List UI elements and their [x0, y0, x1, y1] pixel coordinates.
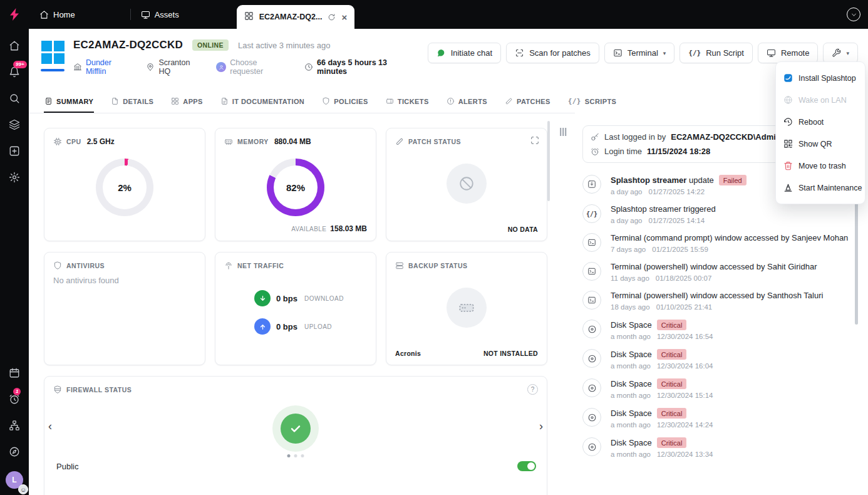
menu-start-maintenance[interactable]: Start Maintenance	[776, 177, 865, 199]
intercom-widget-icon[interactable]: ☺	[18, 484, 28, 494]
run-script-button[interactable]: {/} Run Script	[679, 43, 753, 63]
terminal-icon	[582, 233, 601, 252]
rail-calendar[interactable]	[8, 366, 21, 380]
menu-install-splashtop[interactable]: Install Splashtop	[776, 67, 865, 89]
activity-item[interactable]: Disk SpaceCritical a month ago12/30/2024…	[582, 345, 852, 374]
activity-item[interactable]: Disk SpaceCritical a month ago12/30/2024…	[582, 315, 852, 345]
critical-badge: Critical	[657, 349, 687, 360]
content-area: CPU 2.5 GHz 2% MEMORY 880.04 MB	[29, 113, 868, 495]
tab-refresh-icon[interactable]	[328, 13, 336, 21]
carousel-next-icon[interactable]: ›	[539, 420, 543, 432]
carousel-dot[interactable]	[287, 454, 291, 457]
tab-policies[interactable]: POLICIES	[321, 91, 369, 113]
chevron-down-icon: ▾	[846, 50, 849, 56]
memory-percent: 82%	[286, 182, 305, 193]
rail-help[interactable]	[8, 445, 21, 459]
topbar-home[interactable]: Home	[39, 10, 75, 19]
activity-item[interactable]: Terminal (command prompt) window accesse…	[582, 229, 852, 258]
disk-icon	[582, 320, 601, 338]
splitter-handle[interactable]	[559, 127, 567, 137]
activity-item[interactable]: Disk SpaceCritical a month ago12/30/2024…	[582, 404, 852, 433]
tab-apps[interactable]: APPS	[170, 91, 204, 113]
tab-tickets[interactable]: TICKETS	[385, 91, 430, 113]
summary-icon	[44, 97, 53, 105]
layers-icon	[9, 119, 20, 130]
code-braces-icon: {/}	[568, 97, 581, 105]
backup-label: BACKUP STATUS	[408, 262, 468, 269]
key-icon	[591, 133, 599, 142]
summary-widgets: CPU 2.5 GHz 2% MEMORY 880.04 MB	[29, 113, 551, 495]
patch-status-text: NO DATA	[508, 226, 538, 233]
carousel-dot[interactable]	[301, 454, 304, 457]
firewall-toggle[interactable]	[517, 461, 536, 471]
remote-button[interactable]: Remote	[758, 43, 819, 63]
carousel-prev-icon[interactable]: ‹	[48, 420, 52, 432]
net-traffic-card: NET TRAFFIC 0 bps DOWNLOAD 0 bps	[215, 252, 376, 365]
activity-item[interactable]: Terminal (powershell) window accessed by…	[582, 258, 852, 286]
tab-details[interactable]: DETAILS	[110, 91, 154, 113]
choose-requester[interactable]: Choose requester	[216, 58, 292, 76]
patch-icon	[395, 137, 404, 146]
tab-scripts[interactable]: {/} SCRIPTS	[567, 91, 617, 113]
rail-add[interactable]	[8, 144, 21, 158]
menu-move-to-trash[interactable]: Move to trash	[776, 155, 865, 177]
rail-settings[interactable]	[8, 170, 21, 184]
carousel-dot[interactable]	[294, 454, 297, 457]
menu-show-qr[interactable]: Show QR	[776, 133, 865, 155]
topbar-home-label: Home	[53, 10, 75, 19]
disk-icon	[582, 437, 601, 456]
memory-available-value: 158.03 MB	[330, 224, 367, 233]
net-traffic-label: NET TRAFFIC	[237, 262, 284, 269]
terminal-icon	[582, 262, 601, 281]
tab-alerts[interactable]: ALERTS	[446, 91, 488, 113]
help-icon[interactable]: ?	[527, 384, 538, 395]
location-pin-icon	[146, 63, 155, 71]
tab-close-icon[interactable]: ×	[341, 13, 347, 22]
patch-status-card: PATCH STATUS NO DATA	[386, 128, 547, 241]
topbar-assets[interactable]: Assets	[141, 10, 179, 19]
clock-icon	[304, 63, 313, 71]
initiate-chat-button[interactable]: Initiate chat	[428, 43, 502, 63]
rail-modules[interactable]	[8, 118, 21, 132]
org-link[interactable]: Dunder Mifflin	[73, 58, 133, 76]
download-arrow-icon	[254, 290, 271, 306]
asset-grid-icon	[244, 11, 254, 23]
asset-tools-button[interactable]: ▾	[823, 43, 858, 63]
ticket-icon	[386, 97, 394, 105]
terminal-button[interactable]: Terminal ▾	[604, 43, 675, 63]
login-time-label: Login time	[604, 147, 642, 156]
platform-indicator	[41, 39, 65, 91]
rail-workflow[interactable]	[8, 419, 21, 432]
carousel-dots[interactable]	[287, 454, 304, 457]
tab-summary[interactable]: SUMMARY	[44, 91, 94, 113]
building-icon	[73, 63, 82, 71]
rail-notifications[interactable]: 99+	[8, 65, 21, 79]
topbar-divider	[130, 9, 131, 20]
details-icon	[111, 97, 119, 105]
login-label: Last logged in by	[604, 132, 666, 142]
upload-value: 0 bps	[276, 322, 297, 331]
tab-it-documentation[interactable]: IT DOCUMENTATION	[220, 91, 305, 113]
rail-home[interactable]	[8, 39, 21, 53]
left-scrollbar[interactable]	[547, 121, 550, 201]
rail-user[interactable]: L ☺	[6, 471, 23, 489]
topbar-collapse-button[interactable]	[847, 8, 860, 21]
asset-tab[interactable]: EC2AMAZ-DQ2... ×	[237, 5, 354, 29]
tab-patches[interactable]: PATCHES	[504, 91, 551, 113]
cpu-chip-icon	[53, 137, 62, 146]
expand-icon[interactable]	[530, 136, 539, 147]
memory-value: 880.04 MB	[274, 137, 311, 146]
disk-icon	[582, 408, 601, 427]
rail-search[interactable]	[8, 91, 21, 105]
upload-arrow-icon	[254, 318, 271, 335]
scan-for-patches-button[interactable]: Scan for patches	[506, 43, 599, 63]
rail-timer[interactable]: 1	[8, 392, 21, 406]
superops-logo[interactable]	[0, 7, 29, 22]
menu-reboot[interactable]: Reboot	[776, 111, 865, 133]
wrench-icon	[832, 48, 841, 58]
activity-item[interactable]: Disk SpaceCritical a month ago12/30/2024…	[582, 433, 852, 462]
patch-icon	[505, 97, 513, 105]
download-label: DOWNLOAD	[304, 295, 344, 302]
activity-item[interactable]: Disk SpaceCritical a month ago12/30/2024…	[582, 374, 852, 404]
activity-item[interactable]: Terminal (powershell) window accessed by…	[582, 286, 852, 315]
